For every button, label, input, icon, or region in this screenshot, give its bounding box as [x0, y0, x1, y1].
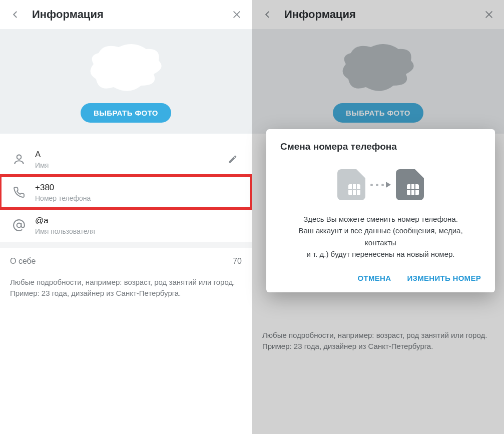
username-label: Имя пользователя [35, 227, 244, 235]
username-content: @a Имя пользователя [30, 215, 244, 235]
close-icon[interactable] [481, 7, 497, 23]
phone-label: Номер телефона [35, 194, 244, 202]
avatar-placeholder [331, 38, 426, 98]
section-break [0, 242, 252, 248]
avatar-placeholder [79, 38, 174, 98]
sim-new-icon [396, 169, 424, 200]
page-title: Информация [32, 8, 229, 21]
edit-icon[interactable] [222, 154, 244, 164]
avatar-area: ВЫБРАТЬ ФОТО [0, 29, 252, 134]
about-hint-line2: Пример: 23 года, дизайнер из Санкт-Петер… [10, 288, 242, 299]
name-value: A [35, 149, 222, 160]
dialog-body-2: Ваш аккаунт и все данные (сообщения, мед… [280, 225, 481, 248]
about-hint: Любые подробности, например: возраст, ро… [0, 266, 252, 299]
info-panel-right: Информация ВЫБРАТЬ ФОТО Любые подробност… [252, 0, 504, 434]
dialog-body-1: Здесь Вы можете сменить номер телефона. [280, 213, 481, 225]
choose-photo-button[interactable]: ВЫБРАТЬ ФОТО [81, 103, 171, 123]
header: Информация [0, 0, 252, 29]
phone-content: +380 Номер телефона [30, 182, 244, 202]
about-section[interactable]: О себе 70 [0, 248, 252, 266]
svg-point-2 [17, 155, 22, 159]
about-hint-line1: Любые подробности, например: возраст, ро… [262, 330, 494, 341]
dialog-body-3: и т. д.) будут перенесены на новый номер… [280, 248, 481, 260]
username-row[interactable]: @a Имя пользователя [0, 209, 252, 242]
username-value: @a [35, 215, 244, 226]
choose-photo-button[interactable]: ВЫБРАТЬ ФОТО [333, 103, 423, 123]
transfer-arrow-icon [370, 182, 391, 188]
name-label: Имя [35, 161, 222, 169]
name-row[interactable]: A Имя [0, 143, 252, 176]
person-icon [8, 153, 30, 166]
dialog-buttons: ОТМЕНА ИЗМЕНИТЬ НОМЕР [280, 260, 481, 285]
dialog-title: Смена номера телефона [280, 141, 481, 152]
phone-row[interactable]: +380 Номер телефона [0, 176, 252, 209]
page-title: Информация [284, 8, 481, 21]
about-label: О себе [10, 257, 36, 266]
about-limit: 70 [233, 257, 242, 266]
avatar-area: ВЫБРАТЬ ФОТО [252, 29, 504, 134]
sim-transfer-graphic [280, 152, 481, 213]
cancel-button[interactable]: ОТМЕНА [358, 274, 391, 282]
about-hint-line1: Любые подробности, например: возраст, ро… [10, 277, 242, 288]
phone-icon [8, 186, 30, 198]
at-icon [8, 219, 30, 232]
back-icon[interactable] [259, 7, 275, 23]
name-content: A Имя [30, 149, 222, 169]
back-icon[interactable] [7, 7, 23, 23]
header: Информация [252, 0, 504, 29]
about-hint: Любые подробности, например: возраст, ро… [252, 314, 504, 352]
spacer [0, 134, 252, 143]
about-hint-line2: Пример: 23 года, дизайнер из Санкт-Петер… [262, 341, 494, 352]
sim-old-icon [337, 169, 365, 200]
info-panel-left: Информация ВЫБРАТЬ ФОТО A Имя +380 Номер… [0, 0, 252, 434]
change-phone-dialog: Смена номера телефона Здесь Вы может [266, 129, 495, 292]
change-number-button[interactable]: ИЗМЕНИТЬ НОМЕР [407, 274, 481, 282]
close-icon[interactable] [229, 7, 245, 23]
svg-point-3 [17, 223, 22, 228]
phone-value: +380 [35, 182, 244, 193]
